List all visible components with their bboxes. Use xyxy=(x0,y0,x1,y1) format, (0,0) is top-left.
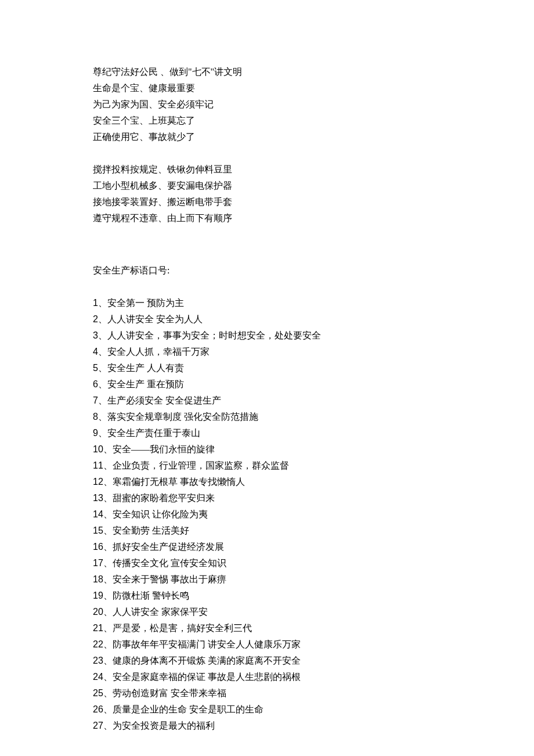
slogan-separator: 、 xyxy=(103,607,113,617)
slogan-text: 人人讲安全 家家保平安 xyxy=(113,607,208,617)
text-line: 搅拌投料按规定、铁锹勿伸料豆里 xyxy=(93,161,441,178)
slogan-separator: 、 xyxy=(98,412,107,422)
slogan-text: 防微杜渐 警钟长鸣 xyxy=(113,591,189,600)
slogan-number: 1 xyxy=(93,298,98,308)
slogan-text: 甜蜜的家盼着您平安归来 xyxy=(113,493,215,503)
slogan-item: 26、质量是企业的生命 安全是职工的生命 xyxy=(93,701,441,718)
slogan-number: 10 xyxy=(93,444,103,454)
slogan-text: 安全第一 预防为主 xyxy=(107,298,184,308)
slogan-text: 落实安全规章制度 强化安全防范措施 xyxy=(107,412,258,422)
slogan-text: 防事故年年平安福满门 讲安全人人健康乐万家 xyxy=(113,639,301,649)
slogan-separator: 、 xyxy=(103,477,113,487)
slogan-text: 严是爱，松是害，搞好安全利三代 xyxy=(113,623,252,633)
slogan-item: 3、人人讲安全，事事为安全；时时想安全，处处要安全 xyxy=(93,327,441,344)
slogan-item: 9、安全生产责任重于泰山 xyxy=(93,425,441,441)
slogan-separator: 、 xyxy=(103,574,113,584)
slogan-item: 15、安全勤劳 生活美好 xyxy=(93,523,441,539)
slogan-separator: 、 xyxy=(103,558,113,568)
slogan-number: 7 xyxy=(93,395,98,405)
slogan-separator: 、 xyxy=(103,672,113,682)
slogan-item: 23、健康的身体离不开锻炼 美满的家庭离不开安全 xyxy=(93,653,441,669)
slogan-item: 11、企业负责，行业管理，国家监察，群众监督 xyxy=(93,458,441,474)
slogan-number: 11 xyxy=(93,460,103,470)
slogan-number: 15 xyxy=(93,525,103,535)
slogan-text: 安全生产 人人有责 xyxy=(107,363,184,373)
slogan-number: 2 xyxy=(93,314,98,324)
slogan-separator: 、 xyxy=(98,428,107,438)
slogan-item: 20、人人讲安全 家家保平安 xyxy=(93,604,441,620)
slogan-separator: 、 xyxy=(103,460,113,470)
slogan-number: 9 xyxy=(93,428,98,438)
slogan-number: 4 xyxy=(93,347,98,357)
slogan-separator: 、 xyxy=(103,444,113,454)
slogan-number: 12 xyxy=(93,477,103,487)
text-line: 工地小型机械多、要安漏电保护器 xyxy=(93,178,441,194)
slogan-item: 17、传播安全文化 宣传安全知识 xyxy=(93,555,441,571)
slogan-text: 安全人人抓，幸福千万家 xyxy=(107,347,210,357)
slogan-number: 6 xyxy=(93,379,98,389)
slogan-text: 抓好安全生产促进经济发展 xyxy=(113,542,224,552)
slogan-text: 健康的身体离不开锻炼 美满的家庭离不开安全 xyxy=(113,656,301,665)
slogan-number: 21 xyxy=(93,623,103,633)
slogan-text: 为安全投资是最大的福利 xyxy=(113,721,215,730)
slogan-item: 12、寒霜偏打无根草 事故专找懒惰人 xyxy=(93,474,441,490)
text-line: 尊纪守法好公民 、做到"七不"讲文明 xyxy=(93,64,441,80)
slogan-item: 25、劳动创造财富 安全带来幸福 xyxy=(93,685,441,701)
slogan-separator: 、 xyxy=(103,509,113,519)
slogan-separator: 、 xyxy=(103,542,113,552)
slogan-number: 25 xyxy=(93,688,103,698)
slogan-separator: 、 xyxy=(98,330,107,340)
slogan-number: 16 xyxy=(93,542,103,552)
slogan-separator: 、 xyxy=(98,314,107,324)
slogan-number: 18 xyxy=(93,574,103,584)
section-title: 安全生产标语口号: xyxy=(93,262,441,279)
slogan-item: 27、为安全投资是最大的福利 xyxy=(93,718,441,734)
slogan-text: 安全——我们永恒的旋律 xyxy=(113,444,215,454)
text-line: 接地接零装置好、搬运断电带手套 xyxy=(93,194,441,210)
slogan-number: 26 xyxy=(93,704,103,714)
text-line: 生命是个宝、健康最重要 xyxy=(93,80,441,96)
slogan-separator: 、 xyxy=(103,623,113,633)
slogan-number: 24 xyxy=(93,672,103,682)
slogan-item: 24、安全是家庭幸福的保证 事故是人生悲剧的祸根 xyxy=(93,669,441,685)
slogan-separator: 、 xyxy=(103,493,113,503)
slogan-item: 22、防事故年年平安福满门 讲安全人人健康乐万家 xyxy=(93,636,441,653)
couplet-block-1: 尊纪守法好公民 、做到"七不"讲文明 生命是个宝、健康最重要 为己为家为国、安全… xyxy=(93,64,441,145)
slogan-text: 安全生产 重在预防 xyxy=(107,379,184,389)
slogan-number: 3 xyxy=(93,330,98,340)
slogan-separator: 、 xyxy=(98,347,107,357)
slogan-separator: 、 xyxy=(98,379,107,389)
slogan-item: 10、安全——我们永恒的旋律 xyxy=(93,441,441,458)
slogan-item: 6、安全生产 重在预防 xyxy=(93,376,441,393)
slogan-number: 27 xyxy=(93,721,103,730)
slogan-number: 20 xyxy=(93,607,103,617)
text-line: 正确使用它、事故就少了 xyxy=(93,129,441,145)
slogan-number: 19 xyxy=(93,591,103,600)
text-line: 为己为家为国、安全必须牢记 xyxy=(93,96,441,113)
slogan-item: 14、安全知识 让你化险为夷 xyxy=(93,506,441,523)
slogan-separator: 、 xyxy=(103,688,113,698)
slogan-number: 22 xyxy=(93,639,103,649)
slogan-number: 8 xyxy=(93,412,98,422)
slogan-item: 16、抓好安全生产促进经济发展 xyxy=(93,539,441,555)
slogan-text: 人人讲安全，事事为安全；时时想安全，处处要安全 xyxy=(107,330,321,340)
slogan-number: 17 xyxy=(93,558,103,568)
slogan-number: 13 xyxy=(93,493,103,503)
slogan-text: 安全勤劳 生活美好 xyxy=(113,525,189,535)
slogan-text: 劳动创造财富 安全带来幸福 xyxy=(113,688,226,698)
slogan-text: 企业负责，行业管理，国家监察，群众监督 xyxy=(113,460,289,470)
text-line: 遵守规程不违章、由上而下有顺序 xyxy=(93,210,441,226)
slogan-text: 生产必须安全 安全促进生产 xyxy=(107,395,221,405)
slogan-item: 21、严是爱，松是害，搞好安全利三代 xyxy=(93,620,441,636)
slogan-separator: 、 xyxy=(98,363,107,373)
slogan-text: 传播安全文化 宣传安全知识 xyxy=(113,558,226,568)
slogan-separator: 、 xyxy=(103,704,113,714)
slogan-number: 14 xyxy=(93,509,103,519)
slogan-item: 2、人人讲安全 安全为人人 xyxy=(93,311,441,327)
slogan-text: 安全是家庭幸福的保证 事故是人生悲剧的祸根 xyxy=(113,672,301,682)
couplet-block-2: 搅拌投料按规定、铁锹勿伸料豆里 工地小型机械多、要安漏电保护器 接地接零装置好、… xyxy=(93,161,441,226)
text-line: 安全三个宝、上班莫忘了 xyxy=(93,113,441,129)
slogan-list: 1、安全第一 预防为主2、人人讲安全 安全为人人3、人人讲安全，事事为安全；时时… xyxy=(93,295,441,734)
slogan-separator: 、 xyxy=(98,395,107,405)
slogan-separator: 、 xyxy=(103,656,113,665)
